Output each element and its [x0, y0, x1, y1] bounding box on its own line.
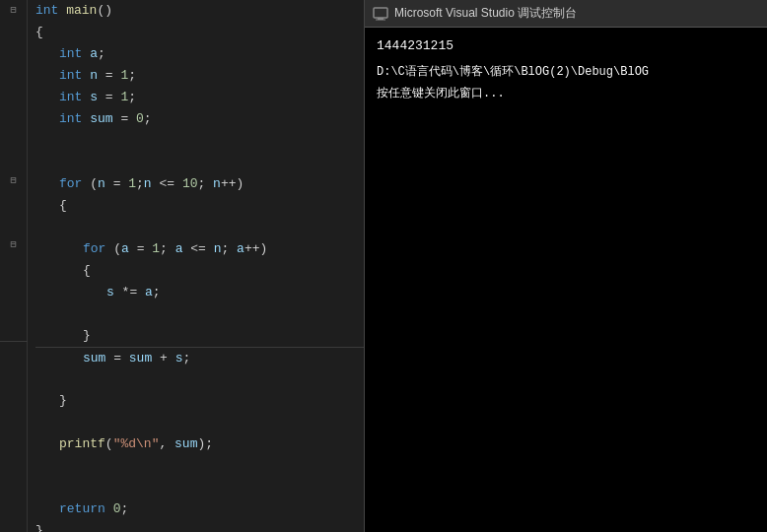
svg-rect-0 [374, 8, 387, 18]
gutter-line-20 [0, 426, 28, 447]
code-line-21 [35, 455, 364, 477]
code-line-19 [35, 412, 364, 433]
gutter-line-5 [0, 106, 28, 128]
code-line-9: { [35, 195, 364, 217]
gutter-line-2 [0, 43, 28, 65]
code-lines: int main(){int a;int n = 1;int s = 1;int… [28, 0, 364, 532]
console-body: 1444231215 D:\C语言代码\博客\循环\BlOG(2)\Debug\… [365, 28, 767, 532]
code-line-3: int n = 1; [35, 65, 364, 87]
code-line-12: { [35, 260, 364, 282]
gutter-line-21 [0, 447, 28, 469]
code-line-23: return 0; [35, 499, 364, 520]
console-path: D:\C语言代码\博客\循环\BlOG(2)\Debug\BlOG [377, 61, 755, 83]
code-line-17 [35, 368, 364, 390]
gutter-line-1 [0, 22, 28, 43]
code-line-22 [35, 477, 364, 499]
code-line-8: for (n = 1;n <= 10; n++) [35, 173, 364, 195]
gutter-line-16 [0, 341, 28, 363]
gutter-line-18 [0, 383, 28, 405]
code-line-6 [35, 130, 364, 152]
gutter-line-11[interactable]: ⊟ [0, 234, 28, 256]
debug-console: Microsoft Visual Studio 调试控制台 1444231215… [365, 0, 767, 532]
gutter-line-23 [0, 490, 28, 511]
gutter-line-14 [0, 299, 28, 320]
code-line-13: s *= a; [35, 282, 364, 303]
code-line-15: } [35, 325, 364, 347]
gutter-line-0[interactable]: ⊟ [0, 0, 28, 22]
gutter-line-12 [0, 256, 28, 278]
code-line-11: for (a = 1; a <= n; a++) [35, 238, 364, 260]
gutter-line-9 [0, 192, 28, 214]
code-line-10 [35, 217, 364, 238]
code-line-14 [35, 303, 364, 325]
gutter-line-22 [0, 468, 28, 490]
gutter-line-24 [0, 511, 28, 533]
code-editor: ⊟⊟⊟ int main(){int a;int n = 1;int s = 1… [0, 0, 365, 532]
gutter-line-10 [0, 213, 28, 234]
code-content: ⊟⊟⊟ int main(){int a;int n = 1;int s = 1… [0, 0, 364, 532]
gutter-line-13 [0, 277, 28, 299]
code-line-24: } [35, 520, 364, 532]
code-line-18: } [35, 390, 364, 412]
console-title: Microsoft Visual Studio 调试控制台 [394, 5, 577, 22]
gutter-line-6 [0, 128, 28, 150]
gutter: ⊟⊟⊟ [0, 0, 28, 532]
console-titlebar: Microsoft Visual Studio 调试控制台 [365, 0, 767, 28]
gutter-line-3 [0, 64, 28, 86]
gutter-line-15 [0, 320, 28, 342]
console-output: 1444231215 [377, 35, 755, 57]
code-line-4: int s = 1; [35, 87, 364, 108]
code-line-2: int a; [35, 43, 364, 65]
code-line-16: sum = sum + s; [35, 347, 364, 368]
code-line-0: int main() [35, 0, 364, 22]
console-icon [373, 6, 388, 22]
code-line-20: printf("%d\n", sum); [35, 433, 364, 455]
gutter-line-4 [0, 86, 28, 107]
gutter-line-19 [0, 405, 28, 427]
gutter-line-8[interactable]: ⊟ [0, 170, 28, 192]
code-line-1: { [35, 22, 364, 43]
code-line-7 [35, 152, 364, 173]
gutter-line-17 [0, 363, 28, 384]
gutter-line-7 [0, 149, 28, 170]
console-pause: 按任意键关闭此窗口... [377, 83, 755, 104]
code-line-5: int sum = 0; [35, 108, 364, 130]
